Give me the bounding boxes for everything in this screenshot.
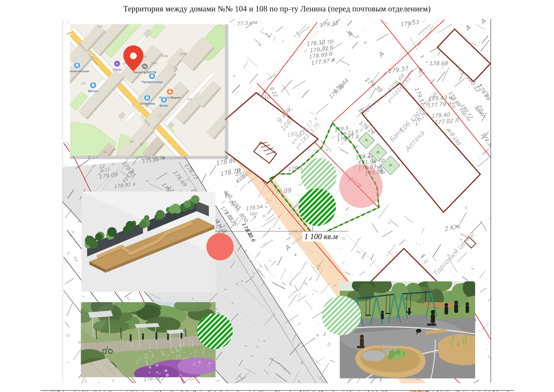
inset-map: 114108106104А104Б104В102101999734просп. … bbox=[61, 0, 234, 166]
area-value: 1 100 кв.м bbox=[304, 232, 338, 241]
planting-circle-dark bbox=[197, 313, 233, 349]
poi-label: Рукодельница bbox=[142, 80, 163, 84]
plan-sheet: Территория между домами №№ 104 и 108 по … bbox=[0, 0, 554, 392]
house-number: 114 bbox=[98, 25, 102, 28]
playground-render-image bbox=[339, 275, 480, 378]
planting-circle-light bbox=[301, 158, 337, 194]
house-number: 99 bbox=[130, 140, 133, 143]
poi-label: Пятёрочка bbox=[140, 102, 155, 105]
bench-render-image bbox=[82, 191, 215, 292]
bottom-map-sliver bbox=[40, 391, 514, 392]
planting-circle-dark bbox=[298, 189, 336, 226]
poi-label: Магнит bbox=[88, 89, 98, 93]
house-number: 104Б bbox=[161, 54, 168, 58]
cadastral-map: 77.3 юм179.33179.53178.68178.18 тр.179.9… bbox=[0, 0, 554, 392]
svg-text:✂: ✂ bbox=[116, 62, 118, 66]
cadastral-annotation: ЦШ bbox=[250, 211, 257, 216]
house-number: 102 bbox=[187, 98, 192, 101]
cadastral-annotation: 178.68 bbox=[429, 60, 448, 67]
house-number: 34 bbox=[104, 150, 107, 154]
inset-shadow-right bbox=[225, 24, 228, 159]
area-label: 1 100 кв.м bbox=[303, 231, 338, 241]
poi-label: Облик bbox=[113, 68, 122, 71]
poi-label: Велес bbox=[160, 104, 168, 107]
removal-zone-circle bbox=[339, 164, 383, 208]
house-number: 101 bbox=[81, 82, 86, 85]
planting-circle-light bbox=[322, 296, 361, 335]
house-number: 104В bbox=[180, 52, 187, 56]
red-marker-circle bbox=[206, 233, 234, 260]
house-number: 104А bbox=[151, 62, 158, 65]
park-render-image bbox=[74, 295, 218, 382]
svg-text:✉: ✉ bbox=[143, 65, 146, 69]
inset-shadow-bottom bbox=[70, 156, 228, 159]
house-number: 97 bbox=[140, 143, 143, 146]
